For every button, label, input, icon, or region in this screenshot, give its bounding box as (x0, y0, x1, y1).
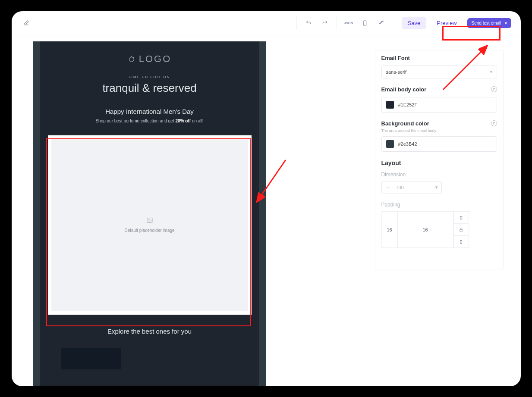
redo-icon[interactable] (318, 16, 331, 29)
font-value: sans-serif (386, 69, 407, 75)
bg-color-swatch (386, 140, 394, 148)
layout-heading: Layout (381, 159, 497, 166)
send-test-email-button[interactable]: Send test email ▾ (467, 18, 511, 28)
app-frame: JSON Save Preview Send test email ▾ (12, 11, 521, 386)
image-icon (146, 217, 154, 224)
topbar: JSON Save Preview Send test email ▾ (12, 11, 521, 35)
svg-point-2 (129, 57, 134, 62)
bg-color-input[interactable]: #2e3B42 (381, 136, 497, 152)
bg-color-label: Background color (381, 120, 429, 127)
email-canvas[interactable]: LOGO LIMITED EDITION tranquil & reserved… (33, 41, 266, 386)
font-label: Email Font (381, 55, 497, 61)
product-block (61, 348, 121, 369)
width-icon: ↔ (386, 185, 391, 190)
magic-icon[interactable] (375, 16, 388, 29)
help-icon[interactable]: ? (491, 86, 497, 92)
save-button[interactable]: Save (402, 17, 427, 29)
padding-grid: 16 0 16 0 (381, 211, 470, 248)
limited-edition-label: LIMITED EDITION (48, 75, 252, 79)
email-body: LOGO LIMITED EDITION tranquil & reserved… (40, 41, 259, 386)
dimension-label: Dimension (381, 172, 497, 178)
undo-icon[interactable] (302, 16, 315, 29)
body-color-label: Email body color (381, 86, 427, 93)
json-button[interactable]: JSON (342, 16, 355, 29)
body-color-swatch (386, 101, 394, 109)
chevron-down-icon: ▾ (490, 69, 492, 74)
placeholder-label: Default placeholder image (124, 228, 174, 233)
svg-point-4 (148, 219, 149, 220)
image-block[interactable]: Default placeholder image (48, 135, 252, 315)
body-color-input[interactable]: #1E252F (381, 97, 497, 113)
body-color-value: #1E252F (398, 102, 418, 107)
dimension-value: 700 (396, 185, 404, 190)
help-icon[interactable]: ? (491, 120, 497, 126)
headline: tranquil & reserved (48, 81, 252, 95)
padding-bottom-input[interactable]: 0 (453, 236, 469, 248)
settings-panel: Email Font sans-serif ▾ Email body color… (375, 50, 504, 269)
padding-label: Padding (381, 202, 497, 208)
logo: LOGO (48, 53, 252, 65)
svg-rect-3 (147, 218, 152, 223)
svg-rect-0 (363, 21, 366, 25)
image-placeholder: Default placeholder image (51, 139, 248, 311)
send-test-label: Send test email (472, 21, 501, 25)
bg-color-value: #2e3B42 (398, 141, 417, 147)
logo-text: LOGO (139, 53, 172, 65)
subheadline: Happy International Men's Day (48, 108, 252, 115)
padding-left-input[interactable]: 16 (382, 212, 397, 248)
explore-text: Explore the best ones for you (48, 328, 252, 335)
edit-icon[interactable] (21, 18, 31, 28)
bg-color-helper: The area around the email body (381, 128, 497, 133)
tagline: Shop our best perfume collection and get… (48, 119, 252, 123)
preview-button[interactable]: Preview (431, 17, 463, 29)
logo-icon (128, 55, 135, 63)
padding-right-input[interactable]: 16 (397, 212, 453, 248)
phone-preview-icon[interactable] (359, 16, 371, 29)
email-background: LOGO LIMITED EDITION tranquil & reserved… (33, 41, 266, 386)
dimension-select[interactable]: ↔ 700 ▾ (381, 181, 442, 194)
chevron-down-icon: ▾ (435, 184, 438, 190)
padding-lock-icon[interactable] (453, 224, 469, 236)
chevron-down-icon: ▾ (505, 21, 507, 25)
padding-top-input[interactable]: 0 (453, 212, 469, 224)
svg-rect-5 (460, 229, 463, 231)
font-select[interactable]: sans-serif ▾ (381, 66, 497, 78)
